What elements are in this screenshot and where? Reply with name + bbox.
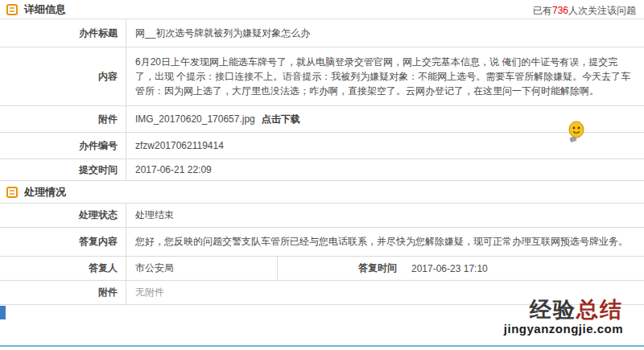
table-row-submit-time: 提交时间 2017-06-21 22:09 [0, 159, 644, 181]
reply-value: 您好，您反映的问题交警支队车管所已经与您电话联系，并尽快为您解除嫌疑，现可正常办… [126, 228, 644, 256]
watermark-brand-dark: 经验 [530, 298, 576, 322]
inquiry-detail-page: 详细信息 已有736人次关注该问题 办件标题 网__初次选号牌就被列为嫌疑对象怎… [0, 0, 644, 350]
lightbulb-emoticon-icon [566, 121, 585, 146]
watermark-brand: 经验总结 [504, 299, 623, 321]
document-icon [6, 4, 18, 15]
reply-time-label: 答复时间 [358, 261, 397, 275]
content-label: 内容 [0, 47, 126, 105]
reply-label: 答复内容 [0, 228, 126, 256]
followers-prefix: 已有 [533, 5, 552, 16]
reply-time-value: 2017-06-23 17:10 [411, 263, 488, 274]
detail-table: 办件标题 网__初次选号牌就被列为嫌疑对象怎么办 内容 6月20日上午发现网上能… [0, 19, 644, 181]
process-table: 处理状态 处理结束 答复内容 您好，您反映的问题交警支队车管所已经与您电话联系，… [0, 203, 644, 305]
table-row-attachment: 附件 IMG_20170620_170657.jpg 点击下载 [0, 106, 644, 133]
watermark-site: jingyanzongjie.com [504, 323, 623, 335]
table-row-title: 办件标题 网__初次选号牌就被列为嫌疑对象怎么办 [0, 19, 644, 47]
followers-note: 已有736人次关注该问题 [533, 4, 636, 18]
watermark-brand-red: 总结 [576, 298, 623, 322]
detail-section-header: 详细信息 已有736人次关注该问题 [0, 0, 644, 19]
table-row-case-number: 办件编号 zfzw2017062119414 [0, 133, 644, 159]
download-link[interactable]: 点击下载 [262, 113, 300, 126]
replier-value: 市公安局 [126, 257, 278, 280]
title-value: 网__初次选号牌就被列为嫌疑对象怎么办 [126, 19, 644, 47]
bottom-divider-bar [0, 345, 644, 347]
title-label: 办件标题 [0, 19, 126, 47]
attachment-label: 附件 [0, 106, 126, 132]
followers-count: 736 [552, 5, 568, 16]
table-row-status: 处理状态 处理结束 [0, 204, 644, 228]
table-row-reply: 答复内容 您好，您反映的问题交警支队车管所已经与您电话联系，并尽快为您解除嫌疑，… [0, 228, 644, 257]
document-icon [6, 187, 18, 198]
status-label: 处理状态 [0, 204, 126, 227]
table-row-content: 内容 6月20日上午发现网上能选车牌号了，就从电脑登录交管官网，网上交完基本信息… [0, 47, 644, 106]
content-value: 6月20日上午发现网上能选车牌号了，就从电脑登录交管官网，网上交完基本信息，说 … [135, 55, 636, 98]
submit-time-label: 提交时间 [0, 159, 126, 180]
case-number-label: 办件编号 [0, 133, 126, 159]
status-value: 处理结束 [126, 204, 644, 227]
watermark: 经验总结 jingyanzongjie.com [504, 299, 623, 335]
process-section-header: 处理情况 [0, 181, 644, 203]
attachment-filename: IMG_20170620_170657.jpg [135, 113, 255, 125]
table-row-replier: 答复人 市公安局 答复时间 2017-06-23 17:10 [0, 257, 644, 281]
detail-section-title: 详细信息 [24, 2, 66, 17]
followers-suffix: 人次关注该问题 [568, 5, 636, 16]
process-section-title: 处理情况 [24, 185, 66, 200]
process-attachment-label: 附件 [0, 281, 126, 304]
blue-fragment [0, 306, 6, 319]
replier-label: 答复人 [0, 257, 126, 280]
submit-time-value: 2017-06-21 22:09 [126, 159, 644, 180]
